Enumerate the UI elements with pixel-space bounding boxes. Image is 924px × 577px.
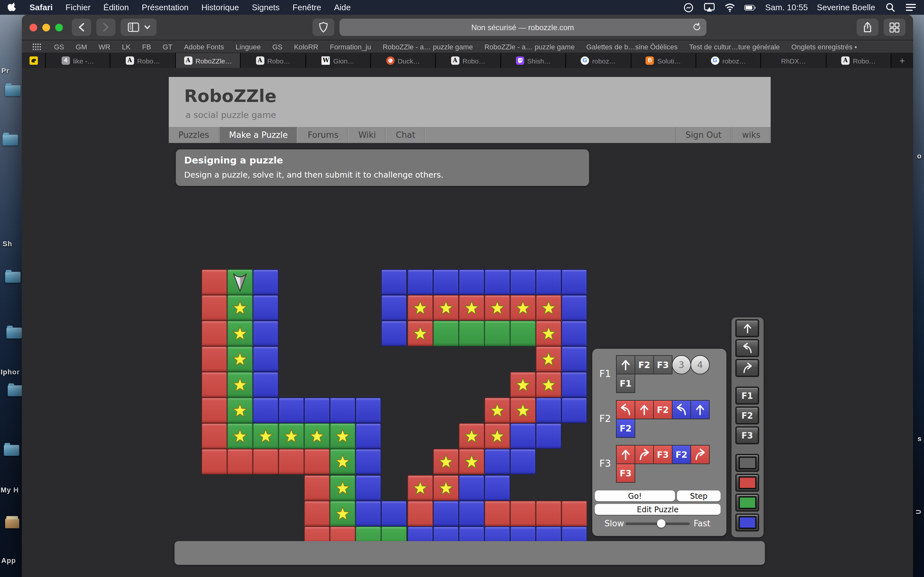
desktop-folder-icon[interactable] <box>8 385 23 396</box>
desktop-folder-icon[interactable] <box>5 85 21 96</box>
reload-icon[interactable] <box>692 22 701 34</box>
board-cell-red-star[interactable] <box>407 295 433 321</box>
wifi-icon[interactable] <box>724 2 736 13</box>
board-cell-red-star[interactable] <box>485 398 510 424</box>
board-cell-blue[interactable] <box>356 398 381 424</box>
go-button[interactable]: Go! <box>595 490 675 501</box>
share-button[interactable] <box>857 19 879 36</box>
step-button[interactable]: Step <box>677 490 720 501</box>
program-slot-f2-0[interactable] <box>616 400 635 419</box>
tab[interactable]: BSoluti… <box>631 53 696 68</box>
apple-menu-icon[interactable] <box>6 2 18 13</box>
palette-color-gray-button[interactable] <box>735 454 759 472</box>
board-cell-green-star[interactable] <box>330 424 356 449</box>
sidebar-button[interactable] <box>121 19 157 36</box>
tab-overview-button[interactable] <box>884 19 905 36</box>
board-cell-red[interactable] <box>536 500 561 526</box>
board-cell-green-star[interactable] <box>253 424 278 449</box>
address-bar[interactable]: Non sécurisé — robozzle.com <box>339 19 706 36</box>
board-cell-green-star[interactable] <box>330 475 356 500</box>
board-cell-red-star[interactable] <box>459 449 484 475</box>
menu-item-historique[interactable]: Historique <box>202 3 239 12</box>
tab[interactable]: ARobo… <box>436 53 501 68</box>
tab[interactable]: Groboz… <box>566 53 631 68</box>
board-cell-green[interactable] <box>485 321 510 346</box>
board-cell-blue[interactable] <box>561 346 587 372</box>
speed-slider-thumb[interactable] <box>657 519 666 528</box>
board-cell-blue[interactable] <box>485 449 510 475</box>
board-cell-green-star[interactable] <box>227 295 253 321</box>
board-cell-blue[interactable] <box>459 500 484 526</box>
board-cell-green[interactable] <box>510 321 536 346</box>
desktop-icon-label[interactable]: My H <box>1 486 19 494</box>
nav-item-wiki[interactable]: Wiki <box>349 127 386 143</box>
board-cell-blue[interactable] <box>536 269 561 295</box>
program-slot-f1-5[interactable]: F1 <box>616 374 635 393</box>
board-cell-blue[interactable] <box>381 500 407 526</box>
board-cell-red-star[interactable] <box>536 346 561 372</box>
board-cell-red-star[interactable] <box>459 295 484 321</box>
menu-item-presentation[interactable]: Présentation <box>142 3 189 12</box>
board-cell-green-star[interactable] <box>227 346 253 372</box>
bookmark-item[interactable]: RoboZZle - a… puzzle game <box>383 43 473 50</box>
bookmark-item[interactable]: GT <box>163 43 173 50</box>
bookmark-item[interactable]: LK <box>122 43 131 50</box>
bookmark-item[interactable]: KoloRR <box>294 43 318 50</box>
program-slot-f2-2[interactable]: F2 <box>653 400 672 419</box>
board-cell-blue[interactable] <box>459 269 484 295</box>
palette-color-blue-button[interactable] <box>735 514 759 532</box>
board-cell-blue[interactable] <box>561 321 587 346</box>
board-cell-red[interactable] <box>304 449 330 475</box>
board-cell-blue[interactable] <box>485 269 510 295</box>
board-cell-red[interactable] <box>202 346 227 372</box>
palette-turn-right-button[interactable] <box>735 359 759 377</box>
forward-button[interactable] <box>96 19 115 36</box>
board-cell-red[interactable] <box>202 398 227 424</box>
board-cell-blue[interactable] <box>253 295 278 321</box>
program-slot-f3-3[interactable]: F2 <box>672 445 691 464</box>
board-cell-blue[interactable] <box>510 449 536 475</box>
board-cell-red[interactable] <box>253 449 278 475</box>
board-cell-red[interactable] <box>202 269 227 295</box>
palette-color-green-button[interactable] <box>735 494 759 512</box>
board-cell-red[interactable] <box>510 500 536 526</box>
bookmark-item[interactable]: WR <box>99 43 110 50</box>
screen-mirroring-icon[interactable] <box>704 2 715 13</box>
program-slot-f2-3[interactable] <box>672 400 691 419</box>
board-cell-red[interactable] <box>227 449 253 475</box>
desktop-folder-icon[interactable] <box>5 272 21 283</box>
bookmark-item[interactable]: Onglets enregistrés ▪ <box>792 43 857 50</box>
board-cell-blue[interactable] <box>561 398 587 424</box>
menu-item-aide[interactable]: Aide <box>334 3 351 12</box>
board-cell-red[interactable] <box>202 449 227 475</box>
board-cell-green[interactable] <box>227 269 253 295</box>
nav-item-make-a-puzzle[interactable]: Make a Puzzle <box>220 127 298 143</box>
creative-cloud-icon[interactable] <box>683 2 695 13</box>
board-cell-blue[interactable] <box>330 398 356 424</box>
board-cell-red-star[interactable] <box>485 295 510 321</box>
board-cell-green-star[interactable] <box>330 449 356 475</box>
menu-clock[interactable]: Sam. 10:55 <box>765 3 808 12</box>
palette-forward-button[interactable] <box>735 319 759 337</box>
desktop-icon-label[interactable]: Iphor <box>1 368 20 376</box>
zoom-window-button[interactable] <box>55 23 63 31</box>
list-menu-icon[interactable] <box>905 2 916 13</box>
battery-icon[interactable] <box>745 2 756 13</box>
edit-puzzle-button[interactable]: Edit Puzzle <box>595 504 720 515</box>
board-cell-blue[interactable] <box>356 475 381 500</box>
board-cell-red-star[interactable] <box>536 372 561 398</box>
minimize-window-button[interactable] <box>42 23 50 31</box>
program-slot-f3-0[interactable] <box>616 445 635 464</box>
bookmark-item[interactable]: GS <box>54 43 64 50</box>
board-cell-red[interactable] <box>485 500 510 526</box>
palette-f3-button[interactable]: F3 <box>735 426 759 444</box>
board-cell-red-star[interactable] <box>459 424 484 449</box>
board-cell-red-star[interactable] <box>510 295 536 321</box>
board-cell-green-star[interactable] <box>278 424 304 449</box>
board-cell-blue[interactable] <box>407 269 433 295</box>
board-cell-red-star[interactable] <box>407 475 433 500</box>
board-cell-blue[interactable] <box>561 372 587 398</box>
program-slot-f1-2[interactable]: F3 <box>653 355 672 374</box>
board-cell-green-star[interactable] <box>304 424 330 449</box>
new-tab-button[interactable]: + <box>891 53 913 68</box>
